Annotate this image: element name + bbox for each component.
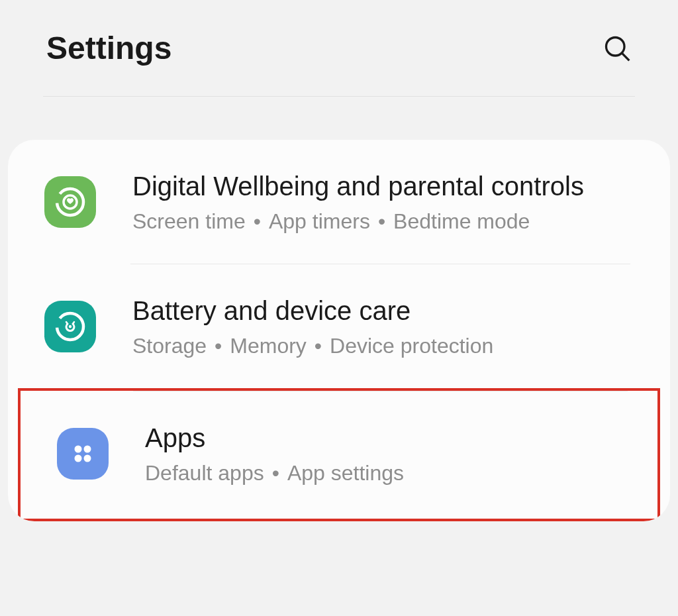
setting-content: Battery and device care Storage•Memory•D… (132, 294, 650, 358)
highlight-annotation: Apps Default apps•App settings (18, 388, 660, 521)
settings-list: Digital Wellbeing and parental controls … (8, 140, 670, 521)
setting-title: Battery and device care (132, 294, 650, 327)
setting-content: Apps Default apps•App settings (145, 421, 638, 486)
setting-subtitle: Screen time•App timers•Bedtime mode (132, 209, 650, 234)
svg-point-6 (75, 445, 82, 452)
setting-title: Digital Wellbeing and parental controls (132, 170, 650, 203)
setting-content: Digital Wellbeing and parental controls … (132, 170, 650, 234)
setting-item-apps[interactable]: Apps Default apps•App settings (21, 391, 657, 519)
setting-item-digital-wellbeing[interactable]: Digital Wellbeing and parental controls … (8, 140, 670, 264)
svg-point-0 (606, 37, 625, 56)
header-divider (43, 96, 635, 97)
svg-point-5 (69, 325, 72, 327)
svg-point-7 (84, 445, 91, 452)
header: Settings (0, 0, 678, 96)
setting-item-battery-device-care[interactable]: Battery and device care Storage•Memory•D… (8, 264, 670, 388)
svg-point-8 (75, 454, 82, 462)
wellbeing-icon (44, 176, 96, 228)
svg-point-9 (84, 454, 91, 462)
setting-title: Apps (145, 421, 638, 454)
setting-subtitle: Default apps•App settings (145, 461, 638, 486)
apps-icon (57, 428, 109, 480)
page-title: Settings (46, 30, 171, 66)
search-icon[interactable] (603, 34, 632, 63)
svg-line-1 (622, 53, 630, 60)
setting-subtitle: Storage•Memory•Device protection (132, 334, 650, 358)
device-care-icon (44, 301, 96, 352)
